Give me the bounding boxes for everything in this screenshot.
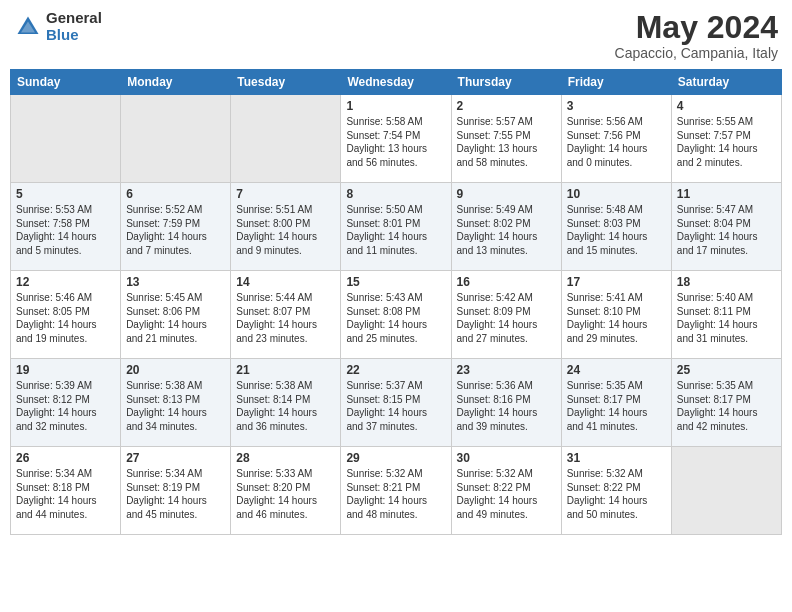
day-number: 15	[346, 275, 445, 289]
calendar-cell: 28Sunrise: 5:33 AMSunset: 8:20 PMDayligh…	[231, 447, 341, 535]
day-number: 11	[677, 187, 776, 201]
logo-general: General	[46, 10, 102, 27]
calendar-header: SundayMondayTuesdayWednesdayThursdayFrid…	[11, 70, 782, 95]
calendar-cell: 13Sunrise: 5:45 AMSunset: 8:06 PMDayligh…	[121, 271, 231, 359]
calendar-week-row: 19Sunrise: 5:39 AMSunset: 8:12 PMDayligh…	[11, 359, 782, 447]
cell-content: Sunrise: 5:32 AMSunset: 8:22 PMDaylight:…	[567, 467, 666, 521]
cell-content: Sunrise: 5:53 AMSunset: 7:58 PMDaylight:…	[16, 203, 115, 257]
calendar-cell: 12Sunrise: 5:46 AMSunset: 8:05 PMDayligh…	[11, 271, 121, 359]
calendar-cell	[121, 95, 231, 183]
weekday-header: Monday	[121, 70, 231, 95]
cell-content: Sunrise: 5:34 AMSunset: 8:18 PMDaylight:…	[16, 467, 115, 521]
day-number: 29	[346, 451, 445, 465]
cell-content: Sunrise: 5:42 AMSunset: 8:09 PMDaylight:…	[457, 291, 556, 345]
day-number: 4	[677, 99, 776, 113]
logo: General Blue	[14, 10, 102, 43]
day-number: 27	[126, 451, 225, 465]
calendar-cell: 1Sunrise: 5:58 AMSunset: 7:54 PMDaylight…	[341, 95, 451, 183]
logo-text: General Blue	[46, 10, 102, 43]
cell-content: Sunrise: 5:37 AMSunset: 8:15 PMDaylight:…	[346, 379, 445, 433]
calendar-cell: 31Sunrise: 5:32 AMSunset: 8:22 PMDayligh…	[561, 447, 671, 535]
day-number: 21	[236, 363, 335, 377]
weekday-header: Wednesday	[341, 70, 451, 95]
calendar-cell: 16Sunrise: 5:42 AMSunset: 8:09 PMDayligh…	[451, 271, 561, 359]
day-number: 28	[236, 451, 335, 465]
cell-content: Sunrise: 5:47 AMSunset: 8:04 PMDaylight:…	[677, 203, 776, 257]
cell-content: Sunrise: 5:34 AMSunset: 8:19 PMDaylight:…	[126, 467, 225, 521]
calendar-cell: 24Sunrise: 5:35 AMSunset: 8:17 PMDayligh…	[561, 359, 671, 447]
cell-content: Sunrise: 5:49 AMSunset: 8:02 PMDaylight:…	[457, 203, 556, 257]
calendar-cell: 8Sunrise: 5:50 AMSunset: 8:01 PMDaylight…	[341, 183, 451, 271]
day-number: 14	[236, 275, 335, 289]
calendar-cell: 6Sunrise: 5:52 AMSunset: 7:59 PMDaylight…	[121, 183, 231, 271]
day-number: 20	[126, 363, 225, 377]
calendar-cell	[671, 447, 781, 535]
day-number: 5	[16, 187, 115, 201]
cell-content: Sunrise: 5:56 AMSunset: 7:56 PMDaylight:…	[567, 115, 666, 169]
day-number: 19	[16, 363, 115, 377]
cell-content: Sunrise: 5:32 AMSunset: 8:21 PMDaylight:…	[346, 467, 445, 521]
calendar-cell: 18Sunrise: 5:40 AMSunset: 8:11 PMDayligh…	[671, 271, 781, 359]
calendar-cell: 20Sunrise: 5:38 AMSunset: 8:13 PMDayligh…	[121, 359, 231, 447]
calendar-cell: 7Sunrise: 5:51 AMSunset: 8:00 PMDaylight…	[231, 183, 341, 271]
weekday-header: Saturday	[671, 70, 781, 95]
title-block: May 2024 Capaccio, Campania, Italy	[615, 10, 778, 61]
cell-content: Sunrise: 5:38 AMSunset: 8:14 PMDaylight:…	[236, 379, 335, 433]
cell-content: Sunrise: 5:38 AMSunset: 8:13 PMDaylight:…	[126, 379, 225, 433]
day-number: 13	[126, 275, 225, 289]
day-number: 3	[567, 99, 666, 113]
weekday-header: Tuesday	[231, 70, 341, 95]
cell-content: Sunrise: 5:41 AMSunset: 8:10 PMDaylight:…	[567, 291, 666, 345]
calendar-cell: 11Sunrise: 5:47 AMSunset: 8:04 PMDayligh…	[671, 183, 781, 271]
weekday-header: Thursday	[451, 70, 561, 95]
calendar-cell: 3Sunrise: 5:56 AMSunset: 7:56 PMDaylight…	[561, 95, 671, 183]
calendar-cell: 21Sunrise: 5:38 AMSunset: 8:14 PMDayligh…	[231, 359, 341, 447]
calendar-cell: 23Sunrise: 5:36 AMSunset: 8:16 PMDayligh…	[451, 359, 561, 447]
calendar-cell: 27Sunrise: 5:34 AMSunset: 8:19 PMDayligh…	[121, 447, 231, 535]
day-number: 12	[16, 275, 115, 289]
location-text: Capaccio, Campania, Italy	[615, 45, 778, 61]
logo-blue-text: Blue	[46, 27, 102, 44]
logo-icon	[14, 13, 42, 41]
day-number: 7	[236, 187, 335, 201]
day-number: 24	[567, 363, 666, 377]
day-number: 26	[16, 451, 115, 465]
calendar-cell: 5Sunrise: 5:53 AMSunset: 7:58 PMDaylight…	[11, 183, 121, 271]
day-number: 25	[677, 363, 776, 377]
cell-content: Sunrise: 5:57 AMSunset: 7:55 PMDaylight:…	[457, 115, 556, 169]
calendar-cell: 15Sunrise: 5:43 AMSunset: 8:08 PMDayligh…	[341, 271, 451, 359]
calendar-body: 1Sunrise: 5:58 AMSunset: 7:54 PMDaylight…	[11, 95, 782, 535]
calendar-cell: 30Sunrise: 5:32 AMSunset: 8:22 PMDayligh…	[451, 447, 561, 535]
cell-content: Sunrise: 5:33 AMSunset: 8:20 PMDaylight:…	[236, 467, 335, 521]
day-number: 30	[457, 451, 556, 465]
calendar-cell	[231, 95, 341, 183]
cell-content: Sunrise: 5:46 AMSunset: 8:05 PMDaylight:…	[16, 291, 115, 345]
day-number: 17	[567, 275, 666, 289]
calendar-cell: 26Sunrise: 5:34 AMSunset: 8:18 PMDayligh…	[11, 447, 121, 535]
weekday-header: Friday	[561, 70, 671, 95]
cell-content: Sunrise: 5:32 AMSunset: 8:22 PMDaylight:…	[457, 467, 556, 521]
page-header: General Blue May 2024 Capaccio, Campania…	[10, 10, 782, 61]
cell-content: Sunrise: 5:48 AMSunset: 8:03 PMDaylight:…	[567, 203, 666, 257]
calendar-cell: 14Sunrise: 5:44 AMSunset: 8:07 PMDayligh…	[231, 271, 341, 359]
month-title: May 2024	[615, 10, 778, 45]
calendar-cell	[11, 95, 121, 183]
calendar-table: SundayMondayTuesdayWednesdayThursdayFrid…	[10, 69, 782, 535]
cell-content: Sunrise: 5:58 AMSunset: 7:54 PMDaylight:…	[346, 115, 445, 169]
weekday-header: Sunday	[11, 70, 121, 95]
cell-content: Sunrise: 5:36 AMSunset: 8:16 PMDaylight:…	[457, 379, 556, 433]
calendar-week-row: 1Sunrise: 5:58 AMSunset: 7:54 PMDaylight…	[11, 95, 782, 183]
cell-content: Sunrise: 5:50 AMSunset: 8:01 PMDaylight:…	[346, 203, 445, 257]
day-number: 9	[457, 187, 556, 201]
cell-content: Sunrise: 5:44 AMSunset: 8:07 PMDaylight:…	[236, 291, 335, 345]
calendar-cell: 4Sunrise: 5:55 AMSunset: 7:57 PMDaylight…	[671, 95, 781, 183]
cell-content: Sunrise: 5:35 AMSunset: 8:17 PMDaylight:…	[677, 379, 776, 433]
cell-content: Sunrise: 5:55 AMSunset: 7:57 PMDaylight:…	[677, 115, 776, 169]
calendar-week-row: 12Sunrise: 5:46 AMSunset: 8:05 PMDayligh…	[11, 271, 782, 359]
calendar-cell: 19Sunrise: 5:39 AMSunset: 8:12 PMDayligh…	[11, 359, 121, 447]
cell-content: Sunrise: 5:39 AMSunset: 8:12 PMDaylight:…	[16, 379, 115, 433]
calendar-cell: 2Sunrise: 5:57 AMSunset: 7:55 PMDaylight…	[451, 95, 561, 183]
day-number: 18	[677, 275, 776, 289]
cell-content: Sunrise: 5:40 AMSunset: 8:11 PMDaylight:…	[677, 291, 776, 345]
day-number: 8	[346, 187, 445, 201]
